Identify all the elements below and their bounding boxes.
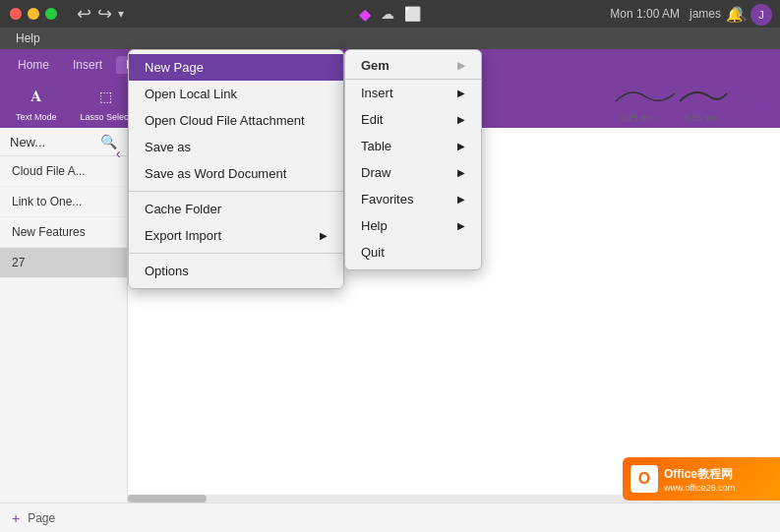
cloud-icon: ☁	[381, 6, 394, 22]
insert-submenu-arrow: ▶	[457, 88, 465, 98]
lasso-label: Lasso Select	[81, 112, 132, 122]
gem-submenu-favorites[interactable]: Favorites ▶	[345, 186, 481, 212]
office-badge: O Office教程网 www.office26.com	[623, 457, 780, 501]
monitor-icon: ⬜	[404, 6, 421, 22]
help-submenu-arrow: ▶	[457, 220, 465, 231]
gem-submenu-table[interactable]: Table ▶	[345, 133, 481, 159]
sidebar-search-icon[interactable]: 🔍	[100, 134, 117, 149]
file-menu-item-save-as[interactable]: Save as	[129, 134, 343, 160]
favorites-submenu-arrow: ▶	[457, 194, 465, 205]
text-mode-button[interactable]: 𝐀 Text Mode	[12, 81, 61, 124]
sidebar-item-cloud[interactable]: Cloud File A...	[0, 156, 127, 187]
share-icon[interactable]: ⬆	[739, 94, 750, 110]
maximize-button[interactable]	[45, 8, 57, 20]
user-display: james	[690, 7, 721, 21]
curve-label-1: 0.25 mm	[621, 113, 655, 123]
gem-submenu-edit[interactable]: Edit ▶	[345, 106, 481, 133]
draw-submenu-arrow: ▶	[457, 167, 465, 178]
curve-label-2: 0.35 mm	[685, 113, 719, 123]
help-menu-item[interactable]: Help	[8, 31, 48, 45]
export-submenu-arrow: ▶	[320, 230, 328, 241]
file-menu-item-new-page[interactable]: New Page	[129, 54, 343, 81]
gem-submenu-draw[interactable]: Draw ▶	[345, 159, 481, 186]
gem-submenu-arrow: ▶	[457, 60, 465, 71]
sidebar: New... 🔍 Cloud File A... Link to One... …	[0, 128, 128, 502]
undo-icon[interactable]: ↩	[77, 3, 91, 25]
sidebar-header: New... 🔍	[0, 128, 127, 156]
gem-submenu-quit[interactable]: Quit	[345, 239, 481, 266]
file-menu-divider-2	[129, 253, 343, 254]
bottom-bar: + Page	[0, 502, 780, 532]
file-menu-divider-1	[129, 191, 343, 192]
gem-submenu-help[interactable]: Help ▶	[345, 212, 481, 239]
curve-preview: 0.25 mm 0.35 mm	[611, 82, 729, 123]
text-mode-icon: 𝐀	[23, 83, 50, 110]
file-menu-item-options[interactable]: Options	[129, 258, 343, 284]
office-name: Office教程网	[664, 466, 735, 483]
close-button[interactable]	[10, 8, 22, 20]
sidebar-item-27[interactable]: 27	[0, 248, 127, 278]
gem-submenu-insert[interactable]: Insert ▶	[345, 80, 481, 106]
office-logo: O	[630, 465, 658, 493]
ribbon-right-tools: 0.25 mm 0.35 mm ⬆ ⤢	[611, 82, 772, 123]
title-bar: ↩ ↪ ▾ ◆ ☁ ⬜ Mon 1:00 AM james 🔍 ☰	[0, 0, 780, 28]
quick-access-icon[interactable]: ▾	[118, 7, 124, 21]
office-url: www.office26.com	[664, 483, 735, 493]
title-bar-center: ◆ ☁ ⬜	[359, 5, 421, 24]
add-page-label: Page	[28, 511, 55, 525]
scrollbar-thumb[interactable]	[128, 495, 207, 502]
sidebar-item-link[interactable]: Link to One...	[0, 187, 127, 217]
file-menu-item-save-word[interactable]: Save as Word Document	[129, 160, 343, 187]
sidebar-title: New...	[10, 135, 45, 149]
gem-submenu: Gem ▶ Insert ▶ Edit ▶ Table ▶ Draw ▶ Fav…	[344, 49, 482, 270]
lasso-icon: ⬚	[91, 83, 119, 110]
lasso-select-button[interactable]: ⬚ Lasso Select	[77, 81, 136, 124]
file-menu-item-open-local[interactable]: Open Local Link	[129, 81, 343, 107]
expand-icon[interactable]: ⤢	[760, 94, 772, 110]
curves-svg	[611, 82, 729, 111]
add-page-icon[interactable]: +	[12, 510, 20, 526]
gem-submenu-header: Gem ▶	[345, 54, 481, 80]
edit-submenu-arrow: ▶	[457, 114, 465, 125]
file-menu-item-open-cloud[interactable]: Open Cloud File Attachment	[129, 107, 343, 134]
office-text: Office教程网 www.office26.com	[664, 466, 735, 493]
redo-icon[interactable]: ↪	[97, 3, 112, 25]
sidebar-item-features[interactable]: New Features	[0, 217, 127, 248]
gem-icon: ◆	[359, 5, 371, 24]
tab-insert[interactable]: Insert	[63, 56, 112, 74]
tab-home[interactable]: Home	[8, 56, 59, 74]
file-menu-item-cache[interactable]: Cache Folder	[129, 196, 343, 222]
file-menu-item-export[interactable]: Export Import ▶	[129, 222, 343, 249]
text-mode-label: Text Mode	[16, 112, 57, 122]
avatar[interactable]: J	[750, 4, 772, 26]
table-submenu-arrow: ▶	[457, 141, 465, 151]
minimize-button[interactable]	[28, 8, 39, 20]
notification-bell[interactable]: 🔔	[726, 7, 743, 23]
file-menu: New Page Open Local Link Open Cloud File…	[128, 49, 344, 289]
time-display: Mon 1:00 AM	[610, 7, 680, 21]
traffic-lights: ↩ ↪ ▾	[10, 3, 124, 25]
help-bar: Help	[0, 28, 780, 49]
sidebar-collapse-button[interactable]: ‹	[116, 146, 121, 161]
